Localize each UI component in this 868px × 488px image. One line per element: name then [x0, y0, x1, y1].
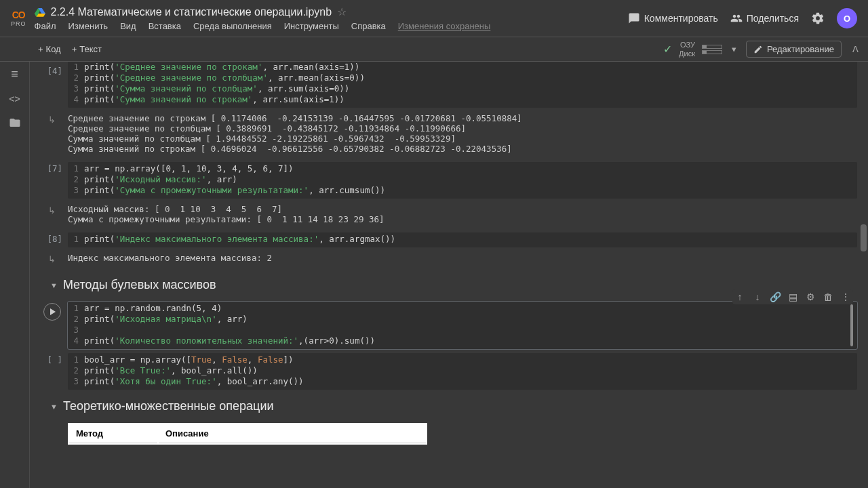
menu-file[interactable]: Файл — [35, 21, 56, 31]
exec-count: [4] — [35, 64, 68, 76]
check-icon: ✓ — [663, 43, 672, 56]
code-cell-active[interactable]: ↑ ↓ 🔗 ▤ ⚙ 🗑 ⋮ 1arr = np.random.randn(5, … — [30, 300, 863, 350]
more-cell-icon[interactable]: ⋮ — [840, 291, 852, 303]
code-cell[interactable]: [4] 1print('Среднее значение по строкам'… — [30, 63, 863, 159]
comment-button[interactable]: Комментировать — [628, 12, 718, 24]
toc-icon[interactable]: ≡ — [11, 67, 18, 81]
comment-icon — [628, 12, 640, 24]
move-up-icon[interactable]: ↑ — [734, 291, 746, 303]
settings-cell-icon[interactable]: ⚙ — [804, 291, 816, 303]
avatar[interactable]: O — [837, 8, 857, 28]
minimap-scrollbar[interactable] — [850, 304, 853, 346]
toolbar: + Код + Текст ✓ ОЗУДиск ▾ Редактирование… — [0, 37, 868, 62]
exec-count: [7] — [35, 162, 68, 174]
cell-output: Индекс максимального элемента массива: 2 — [68, 253, 272, 263]
edit-mode-button[interactable]: Редактирование — [746, 41, 842, 58]
code-cell[interactable]: [7] 1arr = np.array([0, 1, 10, 3, 4, 5, … — [30, 161, 863, 230]
header: CO PRO 2.2.4 Математические и статистиче… — [0, 0, 868, 37]
gear-icon — [811, 12, 825, 25]
exec-count: [ ] — [35, 353, 68, 365]
cell-output: Среднее значение по строкам [ 0.1174006 … — [68, 113, 522, 154]
save-status[interactable]: Изменения сохранены — [398, 21, 491, 31]
menu-help[interactable]: Справка — [351, 21, 386, 31]
share-icon — [730, 12, 743, 24]
notebook-title[interactable]: 2.2.4 Математические и статистические оп… — [51, 6, 332, 18]
comment-cell-icon[interactable]: ▤ — [787, 291, 799, 303]
add-text-button[interactable]: + Текст — [66, 41, 107, 57]
resources-dropdown[interactable]: ▾ — [729, 41, 739, 57]
colab-logo[interactable]: CO PRO — [11, 9, 26, 27]
collapse-button[interactable]: ᐱ — [848, 41, 863, 57]
delete-cell-icon[interactable]: 🗑 — [822, 291, 834, 303]
section-heading[interactable]: ▼ Теоретико-множественные операции — [30, 392, 863, 420]
vertical-scrollbar[interactable] — [861, 224, 867, 251]
output-toggle-icon[interactable]: ↳ — [35, 253, 68, 264]
table-header-method: Метод — [69, 424, 157, 443]
notebook-area: [4] 1print('Среднее значение по строкам'… — [30, 62, 868, 488]
output-toggle-icon[interactable]: ↳ — [35, 204, 68, 216]
share-button[interactable]: Поделиться — [730, 12, 799, 24]
cell-toolbar: ↑ ↓ 🔗 ▤ ⚙ 🗑 ⋮ — [732, 289, 853, 304]
add-code-button[interactable]: + Код — [33, 41, 66, 57]
menu-bar: Файл Изменить Вид Вставка Среда выполнен… — [35, 21, 628, 31]
table-header-description: Описание — [159, 424, 426, 443]
files-icon[interactable] — [9, 117, 21, 129]
menu-runtime[interactable]: Среда выполнения — [193, 21, 272, 31]
methods-table: Метод Описание — [68, 423, 427, 445]
pencil-icon — [753, 45, 763, 54]
collapse-section-icon[interactable]: ▼ — [50, 281, 58, 289]
resource-labels: ОЗУДиск — [679, 41, 695, 57]
menu-edit[interactable]: Изменить — [68, 21, 108, 31]
left-rail: ≡ <> — [0, 62, 30, 488]
link-icon[interactable]: 🔗 — [769, 291, 781, 303]
star-icon[interactable]: ☆ — [337, 5, 347, 18]
drive-icon — [35, 7, 45, 18]
cell-output: Исходный массив: [ 0 1 10 3 4 5 6 7] Сум… — [68, 204, 384, 224]
code-snippet-icon[interactable]: <> — [9, 94, 20, 104]
output-toggle-icon[interactable]: ↳ — [35, 113, 68, 125]
settings-button[interactable] — [811, 12, 825, 25]
exec-count: [8] — [35, 232, 68, 244]
code-cell[interactable]: [ ] 1bool_arr = np.array([True, False, F… — [30, 352, 863, 391]
menu-insert[interactable]: Вставка — [149, 21, 181, 31]
collapse-section-icon[interactable]: ▼ — [50, 403, 58, 411]
menu-view[interactable]: Вид — [120, 21, 136, 31]
move-down-icon[interactable]: ↓ — [751, 291, 764, 303]
menu-tools[interactable]: Инструменты — [284, 21, 339, 31]
resource-bars[interactable] — [702, 45, 722, 54]
run-button[interactable] — [43, 303, 61, 321]
code-cell[interactable]: [8] 1print('Индекс максимального элемент… — [30, 231, 863, 270]
